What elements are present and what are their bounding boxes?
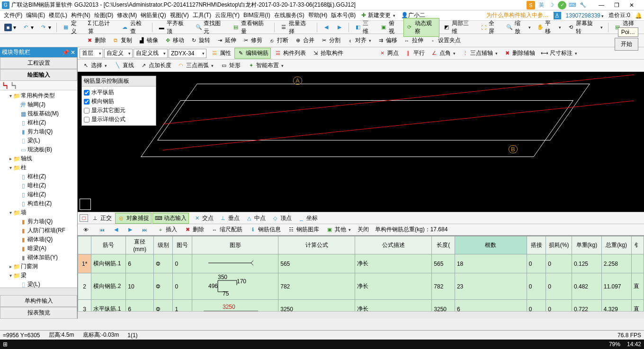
offset-button[interactable]: ⇉偏移 — [375, 35, 400, 46]
module-dropdown[interactable]: ■▾ — [2, 22, 18, 33]
ime-badge[interactable]: S — [527, 1, 535, 9]
rt-first[interactable]: ⏮ — [96, 225, 108, 235]
angle-button[interactable]: ∠点角 — [428, 48, 458, 59]
line-tool[interactable]: ╲直线 — [111, 60, 136, 71]
component-tree[interactable]: ▾📁常用构件类型井轴网(J)▦筏板基础(M)▯框柱(Z)▮剪力墙(Q)⌷梁(L)… — [0, 90, 77, 288]
cloud-check-button[interactable]: ☁云检查 — [119, 18, 149, 37]
apex-snap[interactable]: ◇顶点 — [269, 213, 294, 224]
table-row[interactable]: 3水平纵筋.16Φ132503250净长32506000.7224.329直 — [78, 300, 644, 312]
rt-close[interactable]: 关闭 — [355, 224, 371, 235]
nav-tab-draw[interactable]: 绘图输入 — [0, 69, 77, 81]
rotate-screen-button[interactable]: ⟲屏幕旋转 — [564, 18, 605, 37]
tree-item[interactable]: ▮剪力墙(Q) — [1, 127, 76, 136]
table-header[interactable]: 图形 — [192, 236, 278, 254]
tree-item[interactable]: ▯框柱(Z) — [1, 118, 76, 127]
table-scrollbar[interactable] — [78, 311, 644, 319]
tree-item[interactable]: ⌷梁(L) — [1, 136, 76, 145]
dyn-input-toggle[interactable]: ⌨动态输入 — [152, 213, 189, 224]
table-header[interactable]: 公式描述 — [355, 236, 432, 254]
two-point-button[interactable]: ⨯两点 — [376, 48, 401, 59]
linetype-combo[interactable]: 自定义线 — [134, 49, 168, 58]
ime-tool-icon[interactable]: 🔧 — [579, 1, 587, 9]
tree-item[interactable]: ▮剪力墙(Q) — [1, 217, 76, 226]
ime-lang[interactable]: 英 — [537, 1, 546, 9]
close-button[interactable]: ✕ — [627, 2, 636, 9]
arc3-tool[interactable]: ◠三点画弧 — [175, 60, 216, 71]
panel-checkbox[interactable]: 横向钢筋 — [84, 97, 154, 105]
menu-item[interactable]: 文件(F) — [2, 11, 24, 19]
table-header[interactable]: 总重(kg) — [601, 236, 631, 254]
osnap-toggle[interactable]: ◎对象捕捉 — [115, 213, 152, 224]
nav-layout-icon[interactable]: ┗┓ — [2, 82, 9, 89]
grip-button[interactable]: ◦设置夹点 — [427, 35, 463, 46]
sum-button[interactable]: Σ 汇总计算 — [86, 18, 118, 37]
break-button[interactable]: ⎋打断 — [266, 35, 291, 46]
table-header[interactable]: 长度( — [432, 236, 455, 254]
batch-select-button[interactable]: ☰批量选择 — [277, 18, 313, 37]
redo-button[interactable]: ↷▾ — [37, 22, 54, 33]
rect-tool[interactable]: ▭矩形 — [218, 60, 243, 71]
rt-last[interactable]: ⏭ — [138, 225, 151, 235]
menu-item[interactable]: 编辑(E) — [24, 11, 47, 19]
ime-extra-icon[interactable]: ✓ — [558, 1, 566, 9]
tree-item[interactable]: ▯暗柱(Z) — [1, 181, 76, 190]
nav-next-button[interactable]: ▶ — [333, 22, 346, 33]
start-button[interactable]: 开始 — [615, 38, 638, 51]
scale-button[interactable]: 🔍缩放 — [503, 18, 533, 37]
table-header[interactable] — [78, 236, 91, 254]
tree-item[interactable]: ▮人防门框墙(RF — [1, 226, 76, 235]
floor-combo[interactable]: 首层 — [80, 49, 103, 58]
table-header[interactable]: 搭接 — [527, 236, 546, 254]
nav-tab-settings[interactable]: 工程设置 — [0, 57, 77, 69]
nav-tab-single[interactable]: 单构件输入 — [0, 295, 77, 307]
select-tool[interactable]: ↖选择 — [80, 60, 109, 71]
trim-button[interactable]: ✂修剪 — [240, 35, 265, 46]
perp-snap[interactable]: ⊥垂点 — [217, 213, 242, 224]
tree-item[interactable]: ▸📁轴线 — [1, 154, 76, 163]
tree-item[interactable]: ⌷梁(L) — [1, 280, 76, 288]
pin-icon[interactable]: 📌 ✕ — [62, 49, 75, 56]
table-header[interactable]: 筋号 — [91, 236, 126, 254]
ime-moon[interactable]: ☽ — [547, 1, 556, 9]
table-header[interactable]: 损耗(%) — [546, 236, 572, 254]
pick-component-button[interactable]: ⇲拾取构件 — [309, 48, 346, 59]
mid-snap[interactable]: △中点 — [243, 213, 268, 224]
split-button[interactable]: ✂分割 — [318, 35, 343, 46]
panel-checkbox[interactable]: 显示其它图元 — [84, 106, 154, 114]
table-header[interactable]: 计算公式 — [278, 236, 355, 254]
dynamic-view-button[interactable]: ⟳动态观察 — [403, 18, 439, 37]
local-3d-button[interactable]: ◩局部三维 — [440, 18, 476, 37]
tree-item[interactable]: ▦筏板基础(M) — [1, 109, 76, 118]
tree-item[interactable]: ▸📁门窗洞 — [1, 262, 76, 271]
tree-item[interactable]: ▯框柱(Z) — [1, 172, 76, 181]
rt-scale[interactable]: ↔缩尺配筋 — [208, 224, 245, 235]
ime-kb-icon[interactable]: ⌨ — [568, 1, 577, 9]
table-row[interactable]: 2横向钢筋.210Φ035017049675782净长78223000.4821… — [78, 273, 644, 300]
pan-button[interactable]: ✋平移 — [534, 18, 564, 37]
table-row[interactable]: 1*横向钢筋.16Φ0565净长56518000.1252.258 — [78, 254, 644, 273]
start-menu-icon[interactable]: ⊞ — [3, 341, 8, 348]
tree-item[interactable]: 井轴网(J) — [1, 100, 76, 109]
cross-snap[interactable]: ✕交点 — [191, 213, 216, 224]
table-header[interactable]: 单重(kg) — [572, 236, 602, 254]
tree-scrollbar[interactable] — [0, 288, 77, 295]
prop-button[interactable]: ☰属性 — [208, 48, 233, 59]
table-header[interactable]: 图号 — [173, 236, 192, 254]
endpoint-icon[interactable]: □ — [80, 214, 88, 222]
tree-item[interactable]: ▭现浇板(B) — [1, 145, 76, 154]
rt-insert[interactable]: +插入 — [154, 224, 179, 235]
minimize-button[interactable]: — — [597, 2, 606, 9]
table-header[interactable]: 级别 — [153, 236, 173, 254]
tree-item[interactable]: ▾📁梁 — [1, 271, 76, 280]
undo-button[interactable]: ↶▾ — [19, 22, 36, 33]
full-screen-button[interactable]: ⛶全屏 — [478, 18, 503, 37]
delete-aux-button[interactable]: ✖删除辅轴 — [501, 48, 537, 59]
stretch-button[interactable]: ↔拉伸 — [401, 35, 426, 46]
table-header[interactable]: 根数 — [455, 236, 527, 254]
top-view-button[interactable]: ▣俯视 — [377, 18, 402, 37]
rt-eye-icon[interactable]: 👁 — [80, 225, 92, 235]
rt-info[interactable]: ℹ钢筋信息 — [247, 224, 283, 235]
mirror-button[interactable]: ▟镜像 — [135, 35, 161, 46]
nav-prev-button[interactable]: ◀ — [320, 22, 332, 33]
nav-tab-report[interactable]: 报表预览 — [0, 307, 77, 319]
